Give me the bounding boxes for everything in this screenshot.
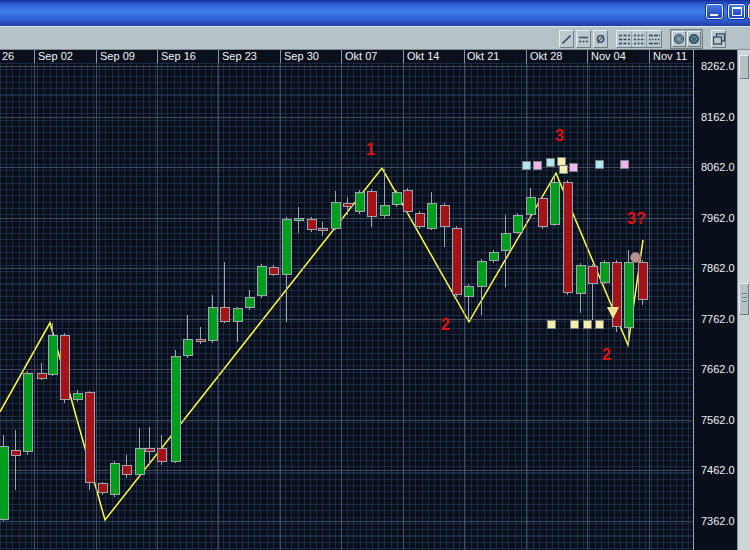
candle [367, 191, 377, 217]
major-gridline-horizontal [0, 420, 693, 421]
candle [208, 307, 218, 341]
zigzag-overlay [0, 63, 693, 550]
vertical-scrollbar[interactable] [737, 50, 750, 550]
major-gridline-horizontal [0, 521, 693, 522]
candle [588, 266, 598, 284]
major-gridline-vertical [280, 63, 281, 550]
date-label: 26 [2, 50, 14, 62]
price-label: 7962.0 [701, 212, 735, 224]
pattern-circle-light-button[interactable] [672, 31, 686, 47]
dash-grid-icon [649, 33, 660, 45]
scrollbar-thumb[interactable] [739, 283, 749, 315]
date-axis-tick [341, 50, 342, 63]
line-style-button[interactable] [576, 30, 591, 48]
price-label: 7362.0 [701, 515, 735, 527]
candle [392, 192, 402, 205]
wave-label: 3 [555, 128, 564, 143]
price-label: 7662.0 [701, 363, 735, 375]
candle [452, 228, 462, 295]
major-gridline-vertical [96, 63, 97, 550]
major-gridline-horizontal [0, 369, 693, 370]
candle [513, 215, 523, 233]
maximize-button[interactable] [727, 3, 746, 20]
date-label: Sep 02 [38, 50, 73, 62]
candle [576, 265, 586, 294]
wave-label: 2 [602, 347, 611, 362]
major-gridline-vertical [218, 63, 219, 550]
major-gridline-vertical [464, 63, 465, 550]
candle [60, 335, 70, 400]
candle-wick [15, 430, 16, 490]
candle [440, 205, 450, 227]
candle [380, 205, 390, 216]
toolbar-button-row: Ø [559, 29, 726, 49]
candle [48, 335, 58, 375]
candle [0, 446, 9, 520]
candle [122, 465, 132, 475]
candle [638, 262, 648, 300]
candle [85, 392, 95, 483]
pattern-circle-dark-button[interactable] [687, 31, 701, 47]
candle-wick [505, 215, 506, 287]
marker-square [522, 161, 531, 170]
candle [110, 463, 120, 495]
halftone-circle-dark-icon [688, 33, 700, 45]
price-axis[interactable]: 8262.08162.08062.07962.07862.07762.07662… [693, 50, 737, 550]
candle-wick [149, 427, 150, 465]
grid-style-3-button[interactable] [647, 31, 661, 47]
dash-grid-icon [634, 33, 645, 45]
dashed-lines-icon [578, 34, 589, 45]
diagonal-line-icon [561, 34, 572, 45]
date-axis-tick [649, 50, 650, 63]
date-label: Okt 21 [467, 50, 499, 62]
date-axis-tick [96, 50, 97, 63]
major-gridline-vertical [341, 63, 342, 550]
candle [477, 261, 487, 287]
title-bar [0, 0, 750, 27]
price-label: 8062.0 [701, 161, 735, 173]
scroll-up-button[interactable] [739, 55, 749, 79]
marker-square [569, 163, 578, 172]
date-axis-tick [403, 50, 404, 63]
marker-square [547, 320, 556, 329]
candle [403, 190, 413, 212]
candle [135, 448, 145, 475]
chart-plot-area[interactable]: 1233?2 [0, 63, 693, 550]
grid-style-2-button[interactable] [632, 31, 647, 47]
date-axis-tick [280, 50, 281, 63]
marker-square [546, 158, 555, 167]
candle [355, 192, 365, 212]
wave-label: 3? [627, 211, 646, 226]
candle [196, 339, 206, 342]
candle [269, 267, 279, 275]
price-label: 7762.0 [701, 313, 735, 325]
chart-window: Ø [0, 0, 750, 550]
date-label: Sep 09 [100, 50, 135, 62]
date-label: Sep 30 [284, 50, 319, 62]
toolbar: Ø [0, 26, 750, 50]
candle [427, 203, 437, 229]
candle [233, 308, 243, 322]
major-gridline-horizontal [0, 470, 693, 471]
grid-style-1-button[interactable] [617, 31, 632, 47]
major-gridline-horizontal [0, 66, 693, 67]
wave-label: 2 [441, 317, 450, 332]
date-axis-tick [218, 50, 219, 63]
date-label: Okt 07 [345, 50, 377, 62]
cascade-windows-button[interactable] [711, 30, 726, 48]
empty-set-button[interactable]: Ø [593, 30, 608, 48]
major-gridline-vertical [526, 63, 527, 550]
price-label: 8162.0 [701, 111, 735, 123]
empty-set-icon: Ø [596, 34, 605, 45]
date-label: Okt 14 [407, 50, 439, 62]
cascade-windows-icon [713, 33, 725, 45]
major-gridline-horizontal [0, 167, 693, 168]
date-axis[interactable]: 26Sep 02Sep 09Sep 16Sep 23Sep 30Okt 07Ok… [0, 50, 693, 63]
date-axis-tick [526, 50, 527, 63]
major-gridline-vertical [649, 63, 650, 550]
candle [624, 262, 634, 328]
candle [600, 262, 610, 283]
candle [145, 448, 155, 452]
minimize-button[interactable] [705, 3, 724, 20]
trendline-button[interactable] [559, 30, 574, 48]
